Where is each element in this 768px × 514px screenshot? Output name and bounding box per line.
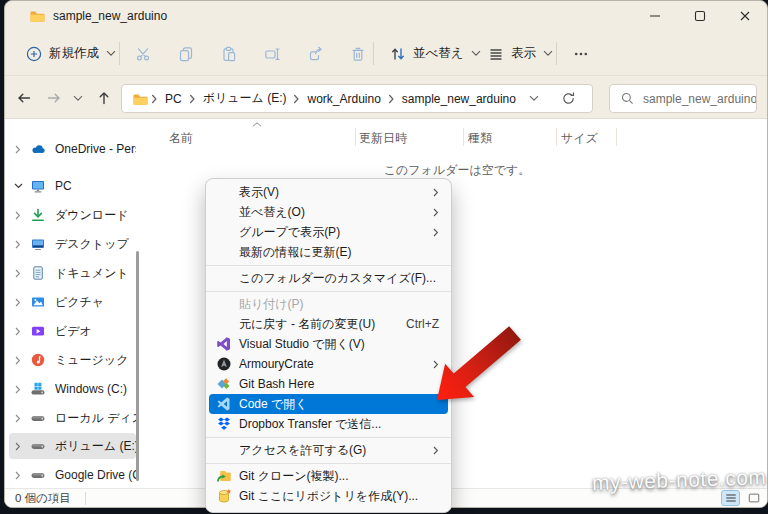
address-row: PC ボリューム (E:) work_Arduino sample_new_ar… <box>5 76 767 119</box>
windows-drive-icon <box>30 381 46 397</box>
column-separator[interactable] <box>355 128 356 146</box>
sidebar-item-pictures[interactable]: ピクチャ <box>9 289 136 315</box>
dropbox-icon <box>216 416 232 432</box>
refresh-button[interactable] <box>556 85 580 112</box>
menu-item-git-clone[interactable]: Git クローン(複製)... <box>206 466 451 486</box>
sidebar-item-desktop[interactable]: デスクトップ <box>9 231 136 257</box>
up-button[interactable] <box>91 85 117 111</box>
new-button[interactable]: 新規作成 <box>17 38 125 69</box>
paste-button[interactable] <box>211 38 247 69</box>
cut-button[interactable] <box>125 38 161 69</box>
sort-icon <box>390 46 406 62</box>
toolbar-separator <box>556 42 557 65</box>
chevron-right-icon <box>9 356 27 365</box>
menu-item-open-with-code[interactable]: Code で開く <box>209 394 448 414</box>
maximize-button[interactable] <box>677 1 722 31</box>
menu-separator <box>206 291 451 292</box>
view-list-icon <box>488 46 504 62</box>
menu-item-sort-by[interactable]: 並べ替え(O) <box>206 202 451 222</box>
sidebar-item-pc[interactable]: PC <box>9 173 136 199</box>
column-header-name[interactable]: 名前 <box>169 130 193 147</box>
breadcrumb-volume-e[interactable]: ボリューム (E:) <box>199 90 291 107</box>
forward-button[interactable] <box>41 85 67 111</box>
cut-icon <box>135 46 151 62</box>
address-dropdown-button[interactable] <box>522 85 546 112</box>
large-icons-view-button[interactable] <box>744 490 763 506</box>
view-button[interactable]: 表示 <box>479 38 562 69</box>
submenu-chevron-icon <box>433 446 439 455</box>
plus-circle-icon <box>26 46 42 62</box>
menu-shortcut: Ctrl+Z <box>406 317 439 331</box>
menu-item-paste[interactable]: 貼り付け(P) <box>206 294 451 314</box>
sidebar-item-music[interactable]: ミュージック <box>9 347 136 373</box>
search-input[interactable]: sample_new_arduino... <box>609 84 757 113</box>
copy-icon <box>178 46 194 62</box>
column-header-size[interactable]: サイズ <box>561 130 598 147</box>
download-icon <box>30 207 46 223</box>
vscode-icon <box>216 396 232 412</box>
breadcrumb-pc[interactable]: PC <box>161 92 186 106</box>
breadcrumb-chevron-icon <box>293 94 300 104</box>
menu-item-give-access[interactable]: アクセスを許可する(G) <box>206 440 451 460</box>
column-separator[interactable] <box>463 128 464 146</box>
chevron-down-icon <box>9 183 27 189</box>
delete-button[interactable] <box>340 38 376 69</box>
breadcrumb-chevron-icon <box>189 94 196 104</box>
sidebar-item-volume-e[interactable]: ボリューム (E:) <box>9 433 136 459</box>
menu-item-refresh[interactable]: 最新の情報に更新(E) <box>206 242 451 262</box>
chevron-right-icon <box>9 240 27 249</box>
sidebar-scrollbar[interactable] <box>136 251 139 481</box>
breadcrumb-sample-new-arduino[interactable]: sample_new_arduino <box>398 92 520 106</box>
share-button[interactable] <box>297 38 333 69</box>
pc-monitor-icon <box>30 178 46 194</box>
sidebar-item-downloads[interactable]: ダウンロード <box>9 202 136 228</box>
menu-item-open-visual-studio[interactable]: Visual Studio で開く(V) <box>206 334 451 354</box>
sidebar-item-local-disk[interactable]: ローカル ディスク ( <box>9 405 136 431</box>
address-bar[interactable]: PC ボリューム (E:) work_Arduino sample_new_ar… <box>121 84 593 113</box>
git-create-repo-icon <box>216 488 232 504</box>
column-header-modified[interactable]: 更新日時 <box>359 130 407 147</box>
breadcrumb-work-arduino[interactable]: work_Arduino <box>303 92 384 106</box>
sidebar-item-onedrive[interactable]: OneDrive - Perso <box>9 136 136 162</box>
column-separator[interactable] <box>616 128 617 146</box>
git-bash-icon <box>216 376 232 392</box>
copy-button[interactable] <box>168 38 204 69</box>
menu-item-customize-folder[interactable]: このフォルダーのカスタマイズ(F)... <box>206 268 451 288</box>
breadcrumb-chevron-icon <box>388 94 395 104</box>
submenu-chevron-icon <box>433 188 439 197</box>
view-button-label: 表示 <box>511 45 536 62</box>
details-view-button[interactable] <box>721 490 740 506</box>
menu-item-undo-rename[interactable]: 元に戻す - 名前の変更(U) Ctrl+Z <box>206 314 451 334</box>
column-header-type[interactable]: 種類 <box>468 130 492 147</box>
paste-icon <box>221 46 237 62</box>
back-button[interactable] <box>11 85 37 111</box>
recent-locations-button[interactable] <box>69 85 87 111</box>
sidebar-item-documents[interactable]: ドキュメント <box>9 260 136 286</box>
sidebar-item-google-drive[interactable]: Google Drive (G <box>9 462 136 488</box>
chevron-right-icon <box>9 145 27 154</box>
pictures-icon <box>30 294 46 310</box>
toolbar-separator <box>119 42 120 65</box>
sidebar-item-windows-c[interactable]: Windows (C:) <box>9 376 136 402</box>
window-title: sample_new_arduino <box>53 9 167 23</box>
menu-item-armoury-crate[interactable]: ArmouryCrate <box>206 354 451 374</box>
close-button[interactable] <box>722 1 767 31</box>
rename-button[interactable] <box>254 38 290 69</box>
more-button[interactable] <box>563 38 599 69</box>
column-separator[interactable] <box>556 128 557 146</box>
menu-item-git-bash-here[interactable]: Git Bash Here <box>206 374 451 394</box>
submenu-chevron-icon <box>433 208 439 217</box>
sort-button[interactable]: 並べ替え <box>381 38 490 69</box>
sidebar-item-videos[interactable]: ビデオ <box>9 318 136 344</box>
menu-separator <box>206 437 451 438</box>
drive-icon <box>30 410 46 426</box>
trash-icon <box>350 46 366 62</box>
status-separator <box>85 492 86 505</box>
armoury-crate-icon <box>216 356 232 372</box>
menu-item-view[interactable]: 表示(V) <box>206 182 451 202</box>
menu-item-git-create-repo[interactable]: Git ここにリポジトリを作成(Y)... <box>206 486 451 506</box>
minimize-button[interactable] <box>632 1 677 31</box>
sort-ascending-caret-icon <box>252 122 262 127</box>
menu-item-group-by[interactable]: グループで表示(P) <box>206 222 451 242</box>
menu-item-dropbox-transfer[interactable]: Dropbox Transfer で送信... <box>206 414 451 434</box>
